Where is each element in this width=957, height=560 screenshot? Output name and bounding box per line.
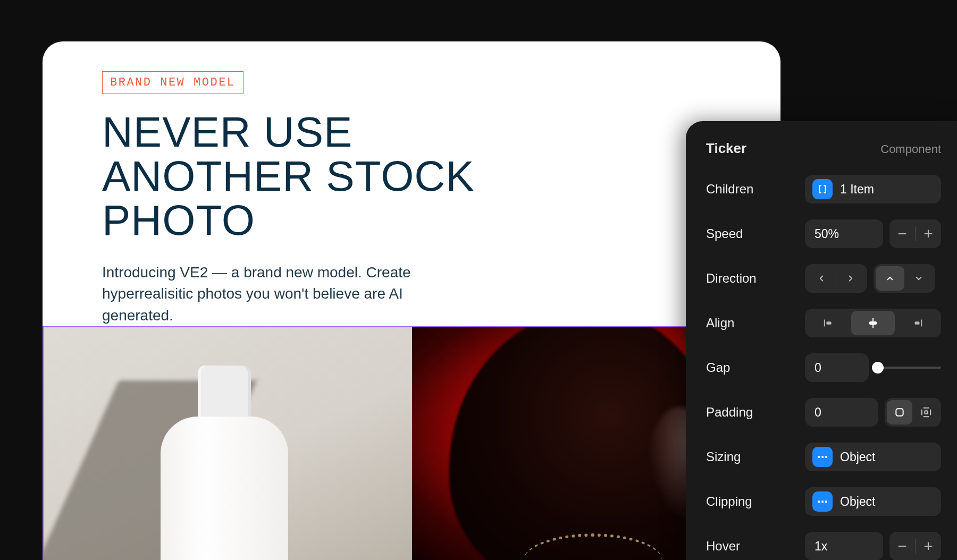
gap-slider[interactable]	[875, 353, 941, 382]
row-sizing: Sizing ··· Object	[706, 443, 941, 471]
gap-slider-thumb[interactable]	[872, 362, 884, 374]
padding-per-side-button[interactable]	[913, 400, 939, 425]
clipping-value-pill[interactable]: ··· Object	[805, 487, 941, 516]
svg-rect-6	[896, 409, 903, 415]
clipping-label: Clipping	[706, 494, 805, 509]
row-direction: Direction	[706, 264, 941, 293]
row-padding: Padding 0	[706, 398, 941, 427]
padding-uniform-button[interactable]	[887, 400, 912, 425]
hover-stepper: − +	[889, 532, 941, 560]
brand-badge: BRAND NEW MODEL	[102, 71, 244, 94]
row-clipping: Clipping ··· Object	[706, 487, 941, 516]
ticker-gallery[interactable]: 34	[43, 326, 780, 560]
panel-title: Ticker	[706, 140, 746, 157]
svg-rect-0	[824, 320, 825, 327]
sizing-label: Sizing	[706, 449, 805, 464]
align-center-button[interactable]	[851, 311, 895, 335]
hover-input[interactable]: 1x	[805, 532, 883, 560]
direction-label: Direction	[706, 271, 805, 286]
direction-right-button[interactable]	[836, 266, 865, 291]
speed-label: Speed	[706, 226, 805, 241]
hover-decrement-button[interactable]: −	[889, 532, 915, 560]
page-headline: NEVER USE ANOTHER STOCK PHOTO	[102, 110, 506, 243]
row-align: Align	[706, 309, 941, 337]
brackets-icon	[812, 179, 833, 199]
align-segment	[805, 309, 941, 337]
hover-label: Hover	[706, 539, 805, 554]
row-children: Children 1 Item	[706, 175, 941, 203]
svg-rect-5	[914, 321, 919, 325]
align-end-button[interactable]	[895, 311, 939, 335]
svg-rect-3	[869, 321, 877, 325]
padding-input[interactable]: 0	[805, 398, 878, 427]
speed-increment-button[interactable]: +	[916, 219, 941, 248]
row-gap: Gap 0	[706, 353, 941, 382]
clipping-value: Object	[840, 495, 875, 509]
direction-lr-group	[805, 264, 867, 293]
direction-left-button[interactable]	[807, 266, 836, 291]
hover-increment-button[interactable]: +	[916, 532, 941, 560]
svg-rect-1	[827, 321, 832, 325]
speed-decrement-button[interactable]: −	[889, 219, 915, 248]
panel-type-label: Component	[880, 142, 941, 156]
page-subtext: Introducing VE2 — a brand new model. Cre…	[102, 262, 421, 327]
component-properties-panel: Ticker Component Children 1 Item Speed 5…	[686, 121, 957, 560]
direction-up-button[interactable]	[876, 266, 904, 291]
svg-rect-7	[925, 411, 928, 414]
speed-stepper: − +	[889, 219, 941, 248]
padding-mode-group	[885, 398, 941, 427]
sizing-value: Object	[840, 450, 875, 464]
padding-label: Padding	[706, 405, 805, 420]
row-speed: Speed 50% − +	[706, 219, 941, 248]
sizing-value-pill[interactable]: ··· Object	[805, 443, 941, 471]
design-canvas: BRAND NEW MODEL NEVER USE ANOTHER STOCK …	[43, 41, 780, 560]
speed-input[interactable]: 50%	[805, 219, 883, 248]
align-label: Align	[706, 316, 805, 330]
svg-rect-4	[921, 320, 922, 327]
align-start-button[interactable]	[807, 311, 851, 335]
more-icon: ···	[812, 447, 833, 467]
children-label: Children	[706, 182, 805, 197]
row-hover: Hover 1x − +	[706, 532, 941, 560]
children-value-pill[interactable]: 1 Item	[805, 175, 941, 203]
gap-label: Gap	[706, 360, 805, 375]
children-value: 1 Item	[840, 182, 874, 197]
direction-ud-group	[874, 264, 935, 293]
gap-input[interactable]: 0	[805, 353, 869, 382]
direction-down-button[interactable]	[904, 266, 933, 291]
more-icon: ···	[812, 491, 833, 512]
gallery-tile-bottle: 34	[44, 327, 412, 560]
